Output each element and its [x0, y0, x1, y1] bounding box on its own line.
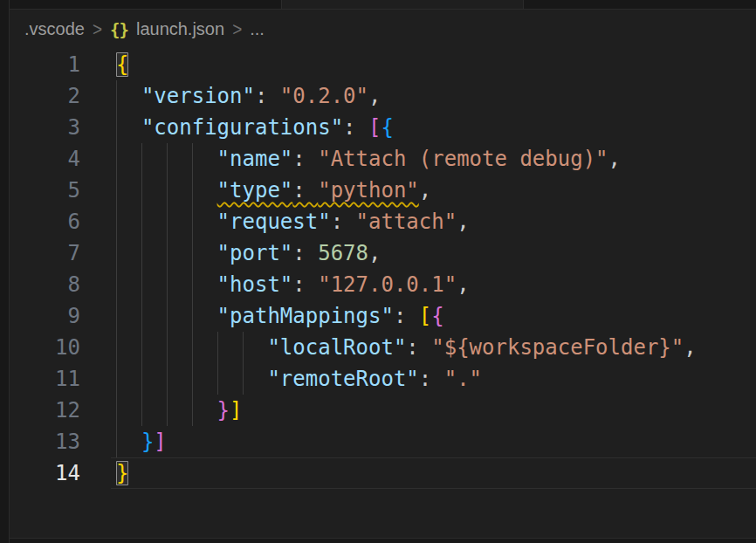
code-token: 5678: [318, 241, 368, 265]
line-number[interactable]: 5: [10, 175, 80, 206]
code-content: "configurations": [{: [116, 112, 394, 143]
code-token: "host": [217, 272, 293, 297]
line-number[interactable]: 13: [10, 426, 80, 457]
code-token: "127.0.0.1": [318, 272, 457, 297]
breadcrumb-folder[interactable]: .vscode: [24, 19, 85, 39]
code-line[interactable]: 12 }]: [10, 395, 756, 426]
code-token: "${workspaceFolder}": [431, 335, 684, 360]
breadcrumb-file[interactable]: launch.json: [136, 19, 224, 39]
code-token: [116, 210, 217, 234]
chevron-right-icon: >: [93, 18, 102, 40]
code-token: :: [406, 335, 431, 360]
code-token: [116, 430, 141, 454]
code-line[interactable]: 10 "localRoot": "${workspaceFolder}",: [10, 332, 756, 363]
code-content: "type": "python",: [116, 175, 431, 206]
code-line[interactable]: 8 "host": "127.0.0.1",: [10, 269, 756, 300]
code-line[interactable]: 5 "type": "python",: [10, 175, 756, 206]
line-number[interactable]: 14: [10, 457, 80, 489]
line-number[interactable]: 11: [10, 363, 80, 395]
tab-edge-active[interactable]: [282, 0, 524, 9]
code-token: "attach": [356, 210, 457, 234]
vscode-editor: .vscode > {} launch.json > ... 1{2 "vers…: [0, 0, 756, 543]
code-line[interactable]: 1{: [10, 49, 756, 80]
line-number[interactable]: 2: [10, 80, 80, 112]
code-line[interactable]: 13 }]: [10, 426, 756, 457]
code-token: [116, 241, 217, 265]
code-token: :: [292, 147, 318, 171]
line-number[interactable]: 9: [10, 300, 80, 332]
code-content: "port": 5678,: [116, 237, 381, 269]
line-number[interactable]: 10: [10, 332, 80, 363]
code-token: {: [431, 304, 443, 328]
code-token: ,: [368, 241, 381, 265]
code-content: }]: [116, 395, 243, 426]
code-content: "request": "attach",: [116, 206, 470, 237]
code-token: ".": [444, 367, 482, 391]
code-token: ,: [419, 178, 431, 203]
line-number[interactable]: 7: [10, 237, 80, 269]
bracket-match: {: [116, 52, 128, 77]
code-token: "configurations": [141, 115, 343, 140]
code-token: :: [292, 272, 318, 297]
code-content: "host": "127.0.0.1",: [116, 269, 470, 300]
code-token: :: [255, 84, 280, 108]
code-line[interactable]: 3 "configurations": [{: [10, 112, 756, 143]
code-line[interactable]: 6 "request": "attach",: [10, 206, 756, 237]
code-token: "0.2.0": [280, 84, 368, 108]
code-token: [116, 115, 141, 140]
line-number[interactable]: 6: [10, 206, 80, 237]
code-token: "pathMappings": [217, 304, 394, 328]
chevron-right-icon: >: [232, 18, 242, 40]
code-token: [116, 398, 217, 423]
code-content: "localRoot": "${workspaceFolder}",: [116, 332, 697, 363]
code-token: :: [331, 210, 356, 234]
code-token: [: [368, 115, 381, 140]
code-token: [: [419, 304, 431, 328]
code-token: "name": [217, 147, 293, 171]
tab-edge-right[interactable]: [524, 0, 756, 9]
json-braces-icon: {}: [110, 20, 128, 39]
code-lines: 1{2 "version": "0.2.0",3 "configurations…: [10, 49, 756, 538]
code-token: "Attach (remote debug)": [318, 147, 608, 171]
code-token: [116, 84, 141, 108]
line-number[interactable]: 1: [10, 49, 80, 80]
code-token: "localRoot": [267, 335, 406, 360]
code-token: [116, 272, 217, 297]
line-number[interactable]: 8: [10, 269, 80, 300]
code-token: [116, 178, 217, 203]
code-token: "remoteRoot": [267, 367, 418, 391]
code-line[interactable]: 2 "version": "0.2.0",: [10, 80, 756, 112]
code-token: ,: [608, 147, 621, 171]
code-line[interactable]: 9 "pathMappings": [{: [10, 300, 756, 332]
code-token: ]: [154, 430, 166, 454]
code-token: }: [141, 430, 154, 454]
code-content: }]: [116, 426, 167, 457]
code-token: [116, 335, 267, 360]
code-token: ]: [230, 398, 242, 423]
tab-edge-left[interactable]: [0, 0, 282, 9]
code-token: [116, 367, 267, 391]
code-line[interactable]: 4 "name": "Attach (remote debug)",: [10, 143, 756, 175]
line-number[interactable]: 4: [10, 143, 80, 175]
code-line[interactable]: 14}: [10, 457, 756, 489]
code-token: ,: [457, 210, 469, 234]
line-number[interactable]: 3: [10, 112, 80, 143]
code-line[interactable]: 11 "remoteRoot": ".": [10, 363, 756, 395]
sidebar-edge: [0, 0, 10, 543]
bracket-match: }: [116, 461, 128, 485]
code-content: {: [116, 49, 128, 80]
code-token: {: [381, 115, 393, 140]
breadcrumb: .vscode > {} launch.json > ...: [10, 10, 756, 49]
code-token: "version": [141, 84, 255, 108]
line-number[interactable]: 12: [10, 395, 80, 426]
code-content: "remoteRoot": ".": [116, 363, 482, 395]
panel-edge: [0, 538, 756, 543]
code-content: }: [116, 457, 128, 489]
code-token: :: [343, 115, 368, 140]
code-token: ,: [457, 272, 469, 297]
breadcrumb-symbol-ellipsis[interactable]: ...: [250, 19, 265, 39]
code-content: "name": "Attach (remote debug)",: [116, 143, 621, 175]
code-token: [116, 304, 217, 328]
code-content: "pathMappings": [{: [116, 300, 444, 332]
code-line[interactable]: 7 "port": 5678,: [10, 237, 756, 269]
